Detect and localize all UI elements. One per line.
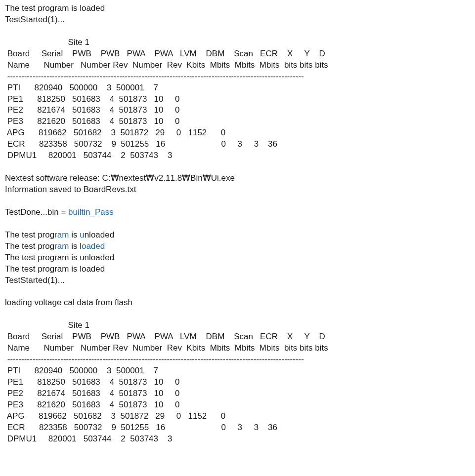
blank-line — [5, 196, 475, 207]
table-header: Board Serial PWB PWB PWA PWA LVM DBM Sca… — [5, 48, 475, 60]
text-fragment: oaded — [82, 241, 105, 251]
text-fragment: The test prog — [5, 230, 54, 239]
text-fragment: is l — [69, 241, 82, 251]
release-line: Nextest software release: C:₩nextest₩v2.… — [5, 173, 475, 184]
blank-line — [5, 309, 475, 320]
text-fragment: u — [80, 230, 84, 239]
blank-line — [5, 218, 475, 230]
status-line: TestStarted(1)... — [5, 14, 475, 26]
table-row: DPMU1 820001 503744 2 503743 3 — [5, 434, 475, 445]
info-saved-line: Information saved to BoardRevs.txt — [5, 184, 475, 196]
table-row: ECR 823358 500732 9 501255 16 0 3 3 36 — [5, 422, 475, 434]
blank-line — [5, 26, 475, 37]
test-done-value: builtin_Pass — [68, 207, 114, 217]
status-line: The test program is unloaded — [5, 230, 475, 241]
status-line: The test program is loaded — [5, 3, 475, 14]
table-row: ECR 823358 500732 9 501255 16 0 3 3 36 — [5, 139, 475, 150]
status-line: TestStarted(1)... — [5, 275, 475, 286]
table-row: DPMU1 820001 503744 2 503743 3 — [5, 150, 475, 161]
text-fragment: ram — [54, 241, 69, 251]
table-header: Name Number Number Rev Number Rev Kbits … — [5, 60, 475, 71]
table-header: Board Serial PWB PWB PWA PWA LVM DBM Sca… — [5, 331, 475, 343]
blank-line — [5, 161, 475, 173]
table-row: PE3 821620 501683 4 501873 10 0 — [5, 116, 475, 127]
status-line: The test program is loaded — [5, 241, 475, 252]
text-fragment: is — [69, 230, 80, 239]
status-line: The test program is unloaded — [5, 252, 475, 264]
text-fragment: The test prog — [5, 241, 54, 251]
table-row: PE2 821674 501683 4 501873 10 0 — [5, 388, 475, 399]
status-line: loading voltage cal data from flash — [5, 297, 475, 309]
test-done-prefix: TestDone...bin = — [5, 207, 68, 217]
text-fragment: ram — [54, 230, 69, 239]
table-row: APG 819662 501682 3 501872 29 0 1152 0 — [5, 411, 475, 422]
table-row: PTI 820940 500000 3 500001 7 — [5, 82, 475, 94]
table-header: Name Number Number Rev Number Rev Kbits … — [5, 343, 475, 354]
table-row: APG 819662 501682 3 501872 29 0 1152 0 — [5, 127, 475, 139]
test-done-line: TestDone...bin = builtin_Pass — [5, 207, 475, 218]
text-fragment: nloaded — [85, 230, 115, 239]
blank-line — [5, 286, 475, 297]
site-header: Site 1 — [5, 320, 475, 331]
table-row: PE1 818250 501683 4 501873 10 0 — [5, 94, 475, 105]
table-separator: ----------------------------------------… — [5, 354, 475, 365]
site-header: Site 1 — [5, 37, 475, 48]
console-output: The test program is loaded TestStarted(1… — [5, 3, 475, 445]
table-row: PE2 821674 501683 4 501873 10 0 — [5, 105, 475, 116]
status-line: The test program is loaded — [5, 264, 475, 275]
table-row: PE3 821620 501683 4 501873 10 0 — [5, 399, 475, 411]
table-row: PE1 818250 501683 4 501873 10 0 — [5, 377, 475, 388]
table-row: PTI 820940 500000 3 500001 7 — [5, 365, 475, 377]
table-separator: ----------------------------------------… — [5, 71, 475, 82]
